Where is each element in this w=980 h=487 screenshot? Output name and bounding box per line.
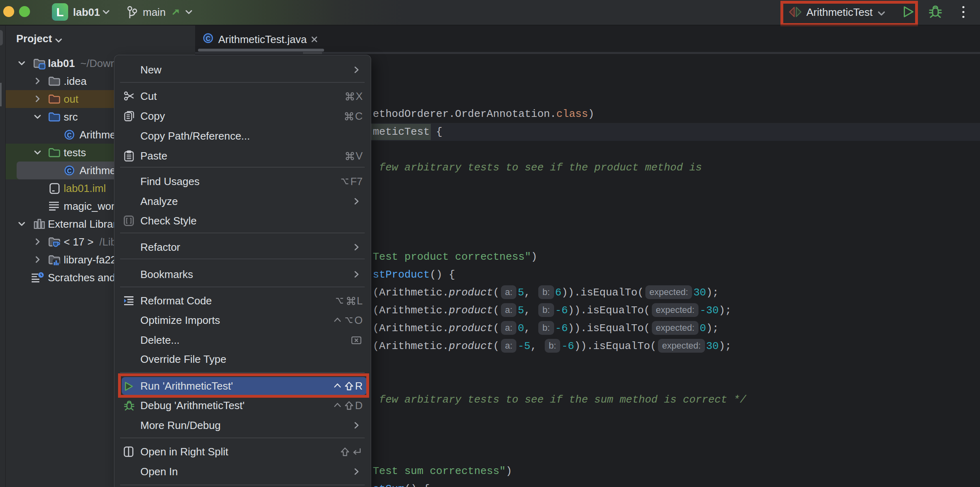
svg-text:C: C: [206, 35, 210, 42]
svg-text:C: C: [67, 168, 71, 175]
svg-text:C: C: [67, 132, 71, 139]
